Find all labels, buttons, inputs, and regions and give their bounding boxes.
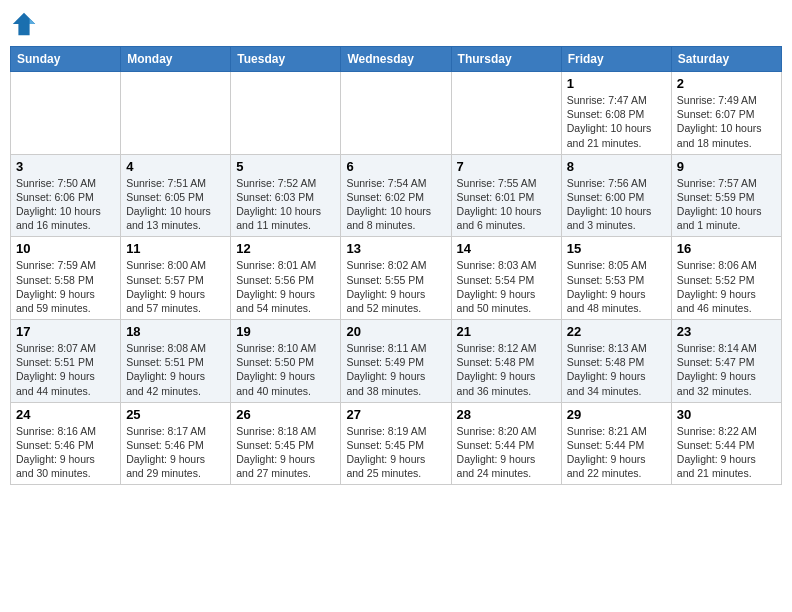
day-info: Sunrise: 8:00 AM Sunset: 5:57 PM Dayligh… [126,258,225,315]
day-info: Sunrise: 8:16 AM Sunset: 5:46 PM Dayligh… [16,424,115,481]
day-info: Sunrise: 7:57 AM Sunset: 5:59 PM Dayligh… [677,176,776,233]
day-number: 24 [16,407,115,422]
day-number: 5 [236,159,335,174]
weekday-header-sunday: Sunday [11,47,121,72]
page-header [10,10,782,38]
calendar-cell [121,72,231,155]
svg-marker-1 [30,18,36,24]
calendar-cell: 4Sunrise: 7:51 AM Sunset: 6:05 PM Daylig… [121,154,231,237]
calendar-cell: 23Sunrise: 8:14 AM Sunset: 5:47 PM Dayli… [671,320,781,403]
day-number: 3 [16,159,115,174]
day-number: 29 [567,407,666,422]
weekday-header-friday: Friday [561,47,671,72]
day-number: 12 [236,241,335,256]
day-info: Sunrise: 8:02 AM Sunset: 5:55 PM Dayligh… [346,258,445,315]
day-info: Sunrise: 8:22 AM Sunset: 5:44 PM Dayligh… [677,424,776,481]
day-number: 1 [567,76,666,91]
day-number: 22 [567,324,666,339]
day-number: 4 [126,159,225,174]
calendar-cell: 24Sunrise: 8:16 AM Sunset: 5:46 PM Dayli… [11,402,121,485]
day-info: Sunrise: 7:51 AM Sunset: 6:05 PM Dayligh… [126,176,225,233]
calendar-cell: 11Sunrise: 8:00 AM Sunset: 5:57 PM Dayli… [121,237,231,320]
day-info: Sunrise: 7:47 AM Sunset: 6:08 PM Dayligh… [567,93,666,150]
day-number: 10 [16,241,115,256]
day-number: 30 [677,407,776,422]
calendar-cell: 5Sunrise: 7:52 AM Sunset: 6:03 PM Daylig… [231,154,341,237]
calendar-cell: 1Sunrise: 7:47 AM Sunset: 6:08 PM Daylig… [561,72,671,155]
calendar-cell: 12Sunrise: 8:01 AM Sunset: 5:56 PM Dayli… [231,237,341,320]
calendar-cell: 21Sunrise: 8:12 AM Sunset: 5:48 PM Dayli… [451,320,561,403]
calendar-cell: 3Sunrise: 7:50 AM Sunset: 6:06 PM Daylig… [11,154,121,237]
calendar-cell: 26Sunrise: 8:18 AM Sunset: 5:45 PM Dayli… [231,402,341,485]
calendar-cell: 20Sunrise: 8:11 AM Sunset: 5:49 PM Dayli… [341,320,451,403]
calendar-cell: 25Sunrise: 8:17 AM Sunset: 5:46 PM Dayli… [121,402,231,485]
calendar-cell: 14Sunrise: 8:03 AM Sunset: 5:54 PM Dayli… [451,237,561,320]
calendar-table: SundayMondayTuesdayWednesdayThursdayFrid… [10,46,782,485]
calendar-cell [341,72,451,155]
calendar-cell: 18Sunrise: 8:08 AM Sunset: 5:51 PM Dayli… [121,320,231,403]
day-number: 28 [457,407,556,422]
calendar-cell: 8Sunrise: 7:56 AM Sunset: 6:00 PM Daylig… [561,154,671,237]
day-number: 17 [16,324,115,339]
calendar-cell: 30Sunrise: 8:22 AM Sunset: 5:44 PM Dayli… [671,402,781,485]
calendar-cell: 9Sunrise: 7:57 AM Sunset: 5:59 PM Daylig… [671,154,781,237]
day-info: Sunrise: 8:06 AM Sunset: 5:52 PM Dayligh… [677,258,776,315]
calendar-cell: 13Sunrise: 8:02 AM Sunset: 5:55 PM Dayli… [341,237,451,320]
day-info: Sunrise: 8:05 AM Sunset: 5:53 PM Dayligh… [567,258,666,315]
day-number: 9 [677,159,776,174]
day-number: 19 [236,324,335,339]
day-number: 23 [677,324,776,339]
day-number: 20 [346,324,445,339]
weekday-header-thursday: Thursday [451,47,561,72]
day-number: 26 [236,407,335,422]
day-info: Sunrise: 8:13 AM Sunset: 5:48 PM Dayligh… [567,341,666,398]
day-number: 16 [677,241,776,256]
day-info: Sunrise: 8:08 AM Sunset: 5:51 PM Dayligh… [126,341,225,398]
calendar-cell: 15Sunrise: 8:05 AM Sunset: 5:53 PM Dayli… [561,237,671,320]
weekday-header-wednesday: Wednesday [341,47,451,72]
day-number: 18 [126,324,225,339]
calendar-cell [231,72,341,155]
day-info: Sunrise: 8:07 AM Sunset: 5:51 PM Dayligh… [16,341,115,398]
calendar-cell: 22Sunrise: 8:13 AM Sunset: 5:48 PM Dayli… [561,320,671,403]
calendar-cell [451,72,561,155]
day-number: 15 [567,241,666,256]
weekday-header-saturday: Saturday [671,47,781,72]
calendar-cell: 29Sunrise: 8:21 AM Sunset: 5:44 PM Dayli… [561,402,671,485]
day-info: Sunrise: 8:10 AM Sunset: 5:50 PM Dayligh… [236,341,335,398]
day-number: 8 [567,159,666,174]
calendar-cell: 27Sunrise: 8:19 AM Sunset: 5:45 PM Dayli… [341,402,451,485]
day-info: Sunrise: 8:14 AM Sunset: 5:47 PM Dayligh… [677,341,776,398]
calendar-cell: 17Sunrise: 8:07 AM Sunset: 5:51 PM Dayli… [11,320,121,403]
calendar-cell: 16Sunrise: 8:06 AM Sunset: 5:52 PM Dayli… [671,237,781,320]
day-info: Sunrise: 7:50 AM Sunset: 6:06 PM Dayligh… [16,176,115,233]
day-info: Sunrise: 8:17 AM Sunset: 5:46 PM Dayligh… [126,424,225,481]
day-number: 11 [126,241,225,256]
day-number: 13 [346,241,445,256]
weekday-header-monday: Monday [121,47,231,72]
day-info: Sunrise: 8:19 AM Sunset: 5:45 PM Dayligh… [346,424,445,481]
weekday-header-tuesday: Tuesday [231,47,341,72]
day-number: 6 [346,159,445,174]
day-info: Sunrise: 8:21 AM Sunset: 5:44 PM Dayligh… [567,424,666,481]
calendar-cell: 19Sunrise: 8:10 AM Sunset: 5:50 PM Dayli… [231,320,341,403]
day-info: Sunrise: 8:12 AM Sunset: 5:48 PM Dayligh… [457,341,556,398]
day-info: Sunrise: 7:59 AM Sunset: 5:58 PM Dayligh… [16,258,115,315]
day-info: Sunrise: 8:03 AM Sunset: 5:54 PM Dayligh… [457,258,556,315]
day-number: 27 [346,407,445,422]
day-number: 25 [126,407,225,422]
day-info: Sunrise: 8:20 AM Sunset: 5:44 PM Dayligh… [457,424,556,481]
calendar-cell: 6Sunrise: 7:54 AM Sunset: 6:02 PM Daylig… [341,154,451,237]
day-number: 14 [457,241,556,256]
calendar-cell: 2Sunrise: 7:49 AM Sunset: 6:07 PM Daylig… [671,72,781,155]
day-info: Sunrise: 7:55 AM Sunset: 6:01 PM Dayligh… [457,176,556,233]
day-info: Sunrise: 7:52 AM Sunset: 6:03 PM Dayligh… [236,176,335,233]
calendar-cell: 28Sunrise: 8:20 AM Sunset: 5:44 PM Dayli… [451,402,561,485]
day-info: Sunrise: 7:56 AM Sunset: 6:00 PM Dayligh… [567,176,666,233]
calendar-cell [11,72,121,155]
logo [10,10,42,38]
calendar-cell: 7Sunrise: 7:55 AM Sunset: 6:01 PM Daylig… [451,154,561,237]
day-number: 7 [457,159,556,174]
day-info: Sunrise: 7:49 AM Sunset: 6:07 PM Dayligh… [677,93,776,150]
logo-icon [10,10,38,38]
